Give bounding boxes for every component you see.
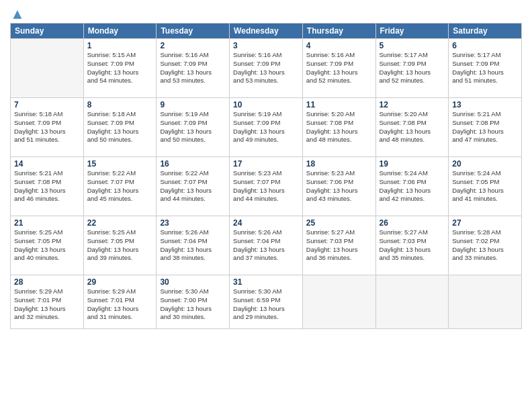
- col-header-friday: Friday: [375, 24, 449, 39]
- day-info: Sunrise: 5:20 AM Sunset: 7:08 PM Dayligh…: [380, 110, 445, 144]
- day-info: Sunrise: 5:15 AM Sunset: 7:09 PM Dayligh…: [87, 51, 153, 85]
- day-info: Sunrise: 5:27 AM Sunset: 7:03 PM Dayligh…: [380, 228, 445, 263]
- day-info: Sunrise: 5:26 AM Sunset: 7:04 PM Dayligh…: [160, 228, 226, 263]
- day-number: 24: [233, 218, 299, 228]
- day-info: Sunrise: 5:29 AM Sunset: 7:01 PM Dayligh…: [87, 287, 153, 322]
- day-number: 26: [380, 218, 445, 228]
- day-cell: 22Sunrise: 5:25 AM Sunset: 7:05 PM Dayli…: [83, 216, 157, 275]
- day-number: 28: [14, 277, 80, 287]
- day-number: 14: [14, 159, 80, 169]
- col-header-saturday: Saturday: [449, 24, 522, 39]
- day-info: Sunrise: 5:29 AM Sunset: 7:01 PM Dayligh…: [14, 287, 80, 322]
- week-row-2: 7Sunrise: 5:18 AM Sunset: 7:09 PM Daylig…: [11, 98, 522, 157]
- header-row: SundayMondayTuesdayWednesdayThursdayFrid…: [11, 24, 522, 39]
- day-cell: 29Sunrise: 5:29 AM Sunset: 7:01 PM Dayli…: [83, 275, 157, 329]
- day-number: 11: [306, 100, 372, 109]
- day-info: Sunrise: 5:28 AM Sunset: 7:02 PM Dayligh…: [452, 228, 518, 263]
- day-info: Sunrise: 5:30 AM Sunset: 6:59 PM Dayligh…: [233, 287, 299, 322]
- day-info: Sunrise: 5:24 AM Sunset: 7:05 PM Dayligh…: [452, 169, 518, 203]
- day-cell: 15Sunrise: 5:22 AM Sunset: 7:07 PM Dayli…: [83, 157, 157, 216]
- day-info: Sunrise: 5:16 AM Sunset: 7:09 PM Dayligh…: [160, 51, 226, 85]
- day-cell: 13Sunrise: 5:21 AM Sunset: 7:08 PM Dayli…: [449, 98, 522, 157]
- day-info: Sunrise: 5:21 AM Sunset: 7:08 PM Dayligh…: [14, 169, 80, 203]
- day-cell: [449, 275, 522, 329]
- day-cell: 28Sunrise: 5:29 AM Sunset: 7:01 PM Dayli…: [11, 275, 84, 329]
- col-header-wednesday: Wednesday: [230, 24, 303, 39]
- day-info: Sunrise: 5:23 AM Sunset: 7:06 PM Dayligh…: [306, 169, 372, 203]
- day-cell: 1Sunrise: 5:15 AM Sunset: 7:09 PM Daylig…: [83, 39, 157, 98]
- day-info: Sunrise: 5:16 AM Sunset: 7:09 PM Dayligh…: [306, 51, 372, 85]
- day-info: Sunrise: 5:19 AM Sunset: 7:09 PM Dayligh…: [233, 110, 299, 144]
- day-number: 15: [87, 159, 153, 169]
- day-info: Sunrise: 5:24 AM Sunset: 7:06 PM Dayligh…: [380, 169, 445, 203]
- day-info: Sunrise: 5:18 AM Sunset: 7:09 PM Dayligh…: [87, 110, 153, 144]
- day-number: 30: [160, 277, 226, 287]
- day-cell: [302, 275, 375, 329]
- day-number: 31: [233, 277, 299, 287]
- day-number: 4: [306, 41, 372, 50]
- day-number: 17: [233, 159, 299, 169]
- day-number: 10: [233, 100, 299, 109]
- col-header-tuesday: Tuesday: [157, 24, 230, 39]
- day-info: Sunrise: 5:19 AM Sunset: 7:09 PM Dayligh…: [160, 110, 226, 144]
- day-cell: [375, 275, 449, 329]
- day-cell: 23Sunrise: 5:26 AM Sunset: 7:04 PM Dayli…: [157, 216, 230, 275]
- day-info: Sunrise: 5:26 AM Sunset: 7:04 PM Dayligh…: [233, 228, 299, 263]
- day-number: 29: [87, 277, 153, 287]
- day-cell: 5Sunrise: 5:17 AM Sunset: 7:09 PM Daylig…: [375, 39, 449, 98]
- day-cell: 17Sunrise: 5:23 AM Sunset: 7:07 PM Dayli…: [230, 157, 303, 216]
- day-cell: 3Sunrise: 5:16 AM Sunset: 7:09 PM Daylig…: [230, 39, 303, 98]
- day-cell: 7Sunrise: 5:18 AM Sunset: 7:09 PM Daylig…: [11, 98, 84, 157]
- header: ▲: [10, 7, 522, 19]
- day-number: 23: [160, 218, 226, 228]
- day-cell: 2Sunrise: 5:16 AM Sunset: 7:09 PM Daylig…: [157, 39, 230, 98]
- day-cell: 4Sunrise: 5:16 AM Sunset: 7:09 PM Daylig…: [302, 39, 375, 98]
- day-cell: [11, 39, 84, 98]
- logo-bird-icon: ▲: [10, 5, 25, 22]
- day-number: 7: [14, 100, 80, 109]
- day-number: 2: [160, 41, 226, 50]
- day-cell: 14Sunrise: 5:21 AM Sunset: 7:08 PM Dayli…: [11, 157, 84, 216]
- day-cell: 18Sunrise: 5:23 AM Sunset: 7:06 PM Dayli…: [302, 157, 375, 216]
- day-cell: 6Sunrise: 5:17 AM Sunset: 7:09 PM Daylig…: [449, 39, 522, 98]
- day-cell: 24Sunrise: 5:26 AM Sunset: 7:04 PM Dayli…: [230, 216, 303, 275]
- day-info: Sunrise: 5:23 AM Sunset: 7:07 PM Dayligh…: [233, 169, 299, 203]
- day-number: 21: [14, 218, 80, 228]
- day-info: Sunrise: 5:17 AM Sunset: 7:09 PM Dayligh…: [380, 51, 445, 85]
- week-row-4: 21Sunrise: 5:25 AM Sunset: 7:05 PM Dayli…: [11, 216, 522, 275]
- col-header-thursday: Thursday: [302, 24, 375, 39]
- col-header-monday: Monday: [83, 24, 157, 39]
- day-cell: 27Sunrise: 5:28 AM Sunset: 7:02 PM Dayli…: [449, 216, 522, 275]
- day-number: 16: [160, 159, 226, 169]
- day-cell: 8Sunrise: 5:18 AM Sunset: 7:09 PM Daylig…: [83, 98, 157, 157]
- day-number: 20: [452, 159, 518, 169]
- day-cell: 20Sunrise: 5:24 AM Sunset: 7:05 PM Dayli…: [449, 157, 522, 216]
- day-number: 25: [306, 218, 372, 228]
- calendar: SundayMondayTuesdayWednesdayThursdayFrid…: [10, 23, 522, 329]
- day-number: 22: [87, 218, 153, 228]
- day-cell: 30Sunrise: 5:30 AM Sunset: 7:00 PM Dayli…: [157, 275, 230, 329]
- day-number: 13: [452, 100, 518, 109]
- week-row-5: 28Sunrise: 5:29 AM Sunset: 7:01 PM Dayli…: [11, 275, 522, 329]
- day-cell: 16Sunrise: 5:22 AM Sunset: 7:07 PM Dayli…: [157, 157, 230, 216]
- day-number: 18: [306, 159, 372, 169]
- day-cell: 11Sunrise: 5:20 AM Sunset: 7:08 PM Dayli…: [302, 98, 375, 157]
- day-cell: 31Sunrise: 5:30 AM Sunset: 6:59 PM Dayli…: [230, 275, 303, 329]
- day-number: 8: [87, 100, 153, 109]
- day-cell: 25Sunrise: 5:27 AM Sunset: 7:03 PM Dayli…: [302, 216, 375, 275]
- day-cell: 12Sunrise: 5:20 AM Sunset: 7:08 PM Dayli…: [375, 98, 449, 157]
- day-info: Sunrise: 5:22 AM Sunset: 7:07 PM Dayligh…: [87, 169, 153, 203]
- day-number: 6: [452, 41, 518, 50]
- day-info: Sunrise: 5:16 AM Sunset: 7:09 PM Dayligh…: [233, 51, 299, 85]
- day-cell: 21Sunrise: 5:25 AM Sunset: 7:05 PM Dayli…: [11, 216, 84, 275]
- day-number: 12: [380, 100, 445, 109]
- day-info: Sunrise: 5:27 AM Sunset: 7:03 PM Dayligh…: [306, 228, 372, 263]
- day-number: 19: [380, 159, 445, 169]
- day-cell: 26Sunrise: 5:27 AM Sunset: 7:03 PM Dayli…: [375, 216, 449, 275]
- day-info: Sunrise: 5:21 AM Sunset: 7:08 PM Dayligh…: [452, 110, 518, 144]
- day-number: 27: [452, 218, 518, 228]
- page: ▲ SundayMondayTuesdayWednesdayThursdayFr…: [0, 0, 532, 411]
- day-number: 1: [87, 41, 153, 50]
- day-number: 9: [160, 100, 226, 109]
- day-info: Sunrise: 5:30 AM Sunset: 7:00 PM Dayligh…: [160, 287, 226, 322]
